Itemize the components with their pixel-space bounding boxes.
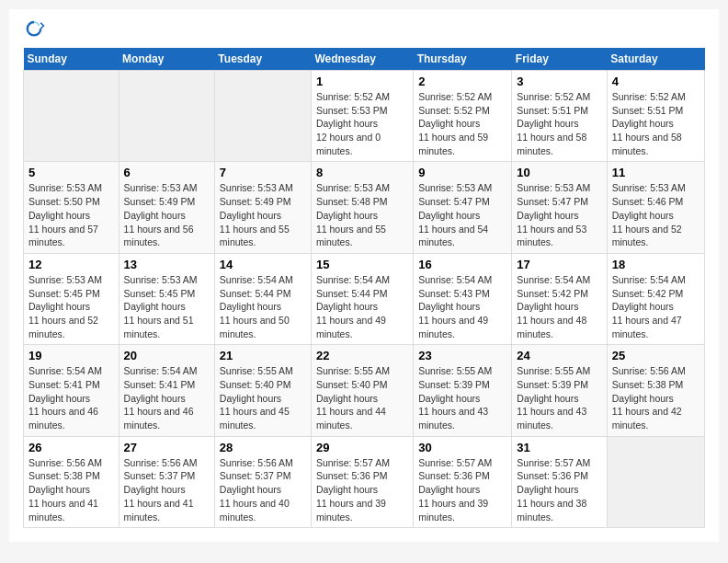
calendar-cell: 27Sunrise: 5:56 AMSunset: 5:37 PMDayligh… [119, 436, 214, 527]
cell-info: Sunrise: 5:57 AMSunset: 5:36 PMDaylight … [316, 456, 408, 523]
calendar-cell: 31Sunrise: 5:57 AMSunset: 5:36 PMDayligh… [512, 436, 607, 527]
calendar-cell: 4Sunrise: 5:52 AMSunset: 5:51 PMDaylight… [607, 71, 704, 162]
calendar-cell: 2Sunrise: 5:52 AMSunset: 5:52 PMDaylight… [414, 71, 512, 162]
day-number: 9 [418, 166, 506, 179]
cell-info: Sunrise: 5:57 AMSunset: 5:36 PMDaylight … [517, 456, 601, 523]
calendar-cell: 21Sunrise: 5:55 AMSunset: 5:40 PMDayligh… [214, 345, 311, 436]
calendar-cell: 30Sunrise: 5:57 AMSunset: 5:36 PMDayligh… [414, 436, 512, 527]
cell-info: Sunrise: 5:55 AMSunset: 5:40 PMDaylight … [220, 364, 306, 431]
cell-info: Sunrise: 5:56 AMSunset: 5:38 PMDaylight … [28, 456, 114, 523]
day-number: 3 [517, 75, 601, 88]
header [23, 18, 705, 40]
day-number: 27 [124, 441, 210, 454]
day-number: 16 [418, 258, 506, 271]
day-header-sunday: Sunday [24, 48, 119, 71]
cell-info: Sunrise: 5:53 AMSunset: 5:45 PMDaylight … [28, 273, 114, 340]
calendar-cell: 1Sunrise: 5:52 AMSunset: 5:53 PMDaylight… [311, 71, 413, 162]
day-number: 20 [124, 349, 210, 362]
calendar-cell [214, 71, 311, 162]
calendar-cell: 15Sunrise: 5:54 AMSunset: 5:44 PMDayligh… [311, 253, 413, 344]
day-number: 26 [28, 441, 114, 454]
cell-info: Sunrise: 5:54 AMSunset: 5:42 PMDaylight … [612, 273, 700, 340]
day-number: 25 [612, 349, 700, 362]
day-number: 21 [220, 349, 306, 362]
day-number: 15 [316, 258, 408, 271]
day-number: 12 [28, 258, 114, 271]
day-number: 17 [517, 258, 601, 271]
cell-info: Sunrise: 5:55 AMSunset: 5:39 PMDaylight … [418, 364, 506, 431]
cell-info: Sunrise: 5:54 AMSunset: 5:42 PMDaylight … [517, 273, 601, 340]
calendar-cell: 7Sunrise: 5:53 AMSunset: 5:49 PMDaylight… [214, 162, 311, 253]
day-number: 7 [220, 166, 306, 179]
day-number: 30 [418, 441, 506, 454]
cell-info: Sunrise: 5:54 AMSunset: 5:44 PMDaylight … [316, 273, 408, 340]
calendar-cell: 20Sunrise: 5:54 AMSunset: 5:41 PMDayligh… [119, 345, 214, 436]
calendar-cell: 28Sunrise: 5:56 AMSunset: 5:37 PMDayligh… [214, 436, 311, 527]
calendar-cell: 14Sunrise: 5:54 AMSunset: 5:44 PMDayligh… [214, 253, 311, 344]
cell-info: Sunrise: 5:54 AMSunset: 5:41 PMDaylight … [28, 364, 114, 431]
day-number: 14 [220, 258, 306, 271]
day-number: 19 [28, 349, 114, 362]
day-number: 24 [517, 349, 601, 362]
day-number: 5 [28, 166, 114, 179]
cell-info: Sunrise: 5:53 AMSunset: 5:48 PMDaylight … [316, 181, 408, 248]
cell-info: Sunrise: 5:52 AMSunset: 5:51 PMDaylight … [612, 90, 700, 157]
cell-info: Sunrise: 5:54 AMSunset: 5:41 PMDaylight … [124, 364, 210, 431]
cell-info: Sunrise: 5:56 AMSunset: 5:37 PMDaylight … [124, 456, 210, 523]
cell-info: Sunrise: 5:53 AMSunset: 5:47 PMDaylight … [418, 181, 506, 248]
calendar-cell: 23Sunrise: 5:55 AMSunset: 5:39 PMDayligh… [414, 345, 512, 436]
day-number: 11 [612, 166, 700, 179]
day-number: 6 [124, 166, 210, 179]
cell-info: Sunrise: 5:55 AMSunset: 5:40 PMDaylight … [316, 364, 408, 431]
day-header-wednesday: Wednesday [311, 48, 413, 71]
cell-info: Sunrise: 5:53 AMSunset: 5:46 PMDaylight … [612, 181, 700, 248]
day-number: 10 [517, 166, 601, 179]
day-header-tuesday: Tuesday [214, 48, 311, 71]
calendar-cell: 9Sunrise: 5:53 AMSunset: 5:47 PMDaylight… [414, 162, 512, 253]
week-row-2: 5Sunrise: 5:53 AMSunset: 5:50 PMDaylight… [24, 162, 705, 253]
day-number: 31 [517, 441, 601, 454]
day-number: 18 [612, 258, 700, 271]
calendar-cell: 3Sunrise: 5:52 AMSunset: 5:51 PMDaylight… [512, 71, 607, 162]
day-number: 29 [316, 441, 408, 454]
day-number: 28 [220, 441, 306, 454]
calendar-table: SundayMondayTuesdayWednesdayThursdayFrid… [23, 48, 705, 528]
day-number: 13 [124, 258, 210, 271]
logo [23, 18, 49, 40]
day-number: 8 [316, 166, 408, 179]
calendar-cell [119, 71, 214, 162]
calendar-cell: 19Sunrise: 5:54 AMSunset: 5:41 PMDayligh… [24, 345, 119, 436]
calendar-cell: 12Sunrise: 5:53 AMSunset: 5:45 PMDayligh… [24, 253, 119, 344]
calendar-cell: 24Sunrise: 5:55 AMSunset: 5:39 PMDayligh… [512, 345, 607, 436]
cell-info: Sunrise: 5:53 AMSunset: 5:49 PMDaylight … [220, 181, 306, 248]
cell-info: Sunrise: 5:55 AMSunset: 5:39 PMDaylight … [517, 364, 601, 431]
cell-info: Sunrise: 5:53 AMSunset: 5:49 PMDaylight … [124, 181, 210, 248]
cell-info: Sunrise: 5:57 AMSunset: 5:36 PMDaylight … [418, 456, 506, 523]
cell-info: Sunrise: 5:53 AMSunset: 5:50 PMDaylight … [28, 181, 114, 248]
calendar-cell: 16Sunrise: 5:54 AMSunset: 5:43 PMDayligh… [414, 253, 512, 344]
cell-info: Sunrise: 5:53 AMSunset: 5:47 PMDaylight … [517, 181, 601, 248]
calendar-cell [607, 436, 704, 527]
day-number: 4 [612, 75, 700, 88]
cell-info: Sunrise: 5:54 AMSunset: 5:43 PMDaylight … [418, 273, 506, 340]
cell-info: Sunrise: 5:56 AMSunset: 5:37 PMDaylight … [220, 456, 306, 523]
calendar-container: SundayMondayTuesdayWednesdayThursdayFrid… [9, 9, 719, 542]
calendar-cell: 8Sunrise: 5:53 AMSunset: 5:48 PMDaylight… [311, 162, 413, 253]
week-row-5: 26Sunrise: 5:56 AMSunset: 5:38 PMDayligh… [24, 436, 705, 527]
calendar-cell: 17Sunrise: 5:54 AMSunset: 5:42 PMDayligh… [512, 253, 607, 344]
day-number: 1 [316, 75, 408, 88]
cell-info: Sunrise: 5:56 AMSunset: 5:38 PMDaylight … [612, 364, 700, 431]
calendar-cell: 25Sunrise: 5:56 AMSunset: 5:38 PMDayligh… [607, 345, 704, 436]
calendar-cell: 26Sunrise: 5:56 AMSunset: 5:38 PMDayligh… [24, 436, 119, 527]
cell-info: Sunrise: 5:52 AMSunset: 5:52 PMDaylight … [418, 90, 506, 157]
calendar-cell: 6Sunrise: 5:53 AMSunset: 5:49 PMDaylight… [119, 162, 214, 253]
day-header-monday: Monday [119, 48, 214, 71]
cell-info: Sunrise: 5:52 AMSunset: 5:51 PMDaylight … [517, 90, 601, 157]
day-number: 22 [316, 349, 408, 362]
day-header-saturday: Saturday [607, 48, 704, 71]
week-row-1: 1Sunrise: 5:52 AMSunset: 5:53 PMDaylight… [24, 71, 705, 162]
calendar-cell: 5Sunrise: 5:53 AMSunset: 5:50 PMDaylight… [24, 162, 119, 253]
week-row-3: 12Sunrise: 5:53 AMSunset: 5:45 PMDayligh… [24, 253, 705, 344]
day-header-thursday: Thursday [414, 48, 512, 71]
day-header-friday: Friday [512, 48, 607, 71]
